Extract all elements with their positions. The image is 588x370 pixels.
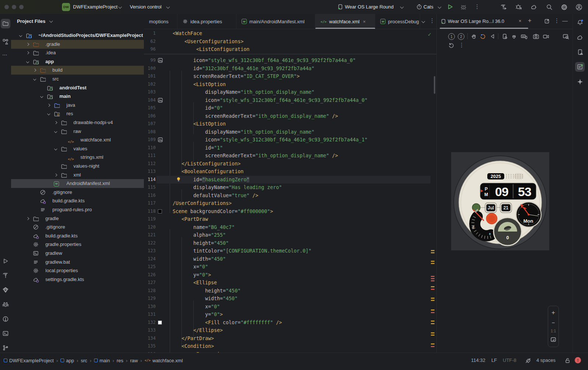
chevron-expanded-icon[interactable] (47, 112, 50, 115)
error-stripe-mark[interactable] (431, 280, 435, 281)
code-line-124[interactable]: width="450" (173, 255, 226, 263)
code-line-100[interactable]: id="312c30bf_f64a_461e_9c93_992f2fb7a44a… (173, 65, 314, 73)
chevron-expanded-icon[interactable] (40, 95, 43, 98)
chevron-expanded-icon[interactable] (19, 34, 22, 37)
code-line-122[interactable]: height="450" (173, 239, 229, 247)
notifications-bell-icon[interactable] (577, 19, 583, 26)
chevron-collapsed-icon[interactable] (33, 69, 36, 72)
window-close-button[interactable] (4, 5, 9, 9)
settings-gear-icon[interactable] (561, 4, 568, 11)
tree-row-androidTest[interactable]: androidTest (11, 83, 144, 92)
tree-row-watchface.xml[interactable]: </>watchface.xml (11, 136, 144, 144)
error-stripe-mark[interactable] (431, 346, 435, 347)
warning-stripe-mark[interactable] (431, 323, 435, 324)
breadcrumb-item-raw[interactable]: raw (130, 358, 138, 363)
warning-stripe-mark[interactable] (431, 309, 435, 311)
caret-position[interactable]: 114:32 (471, 357, 485, 364)
structure-tool-icon[interactable] (2, 38, 9, 45)
debug-button[interactable] (460, 4, 467, 10)
close-icon[interactable]: × (363, 19, 366, 24)
tree-row-gradle[interactable]: gradle (11, 214, 144, 223)
project-selector[interactable]: DWFExampleProject (73, 0, 118, 14)
chevron-expanded-icon[interactable] (54, 130, 57, 133)
tabs-overflow-chevron[interactable] (422, 19, 425, 24)
code-line-107[interactable]: <ListOption (173, 120, 226, 128)
code-line-106[interactable]: screenReaderText="ith_option_display_nam… (173, 112, 338, 120)
warning-stripe-mark[interactable] (431, 343, 435, 345)
screen-record-icon[interactable] (543, 33, 549, 40)
health-heart-icon[interactable] (511, 33, 518, 40)
keyboard-input-icon[interactable] (520, 33, 527, 40)
tree-row-strings.xml[interactable]: </>strings.xml (11, 153, 144, 162)
code-line-120[interactable]: name="BG_40c7" (173, 223, 235, 232)
code-line-123[interactable]: tintColor="[CONFIGURATION.themeColor.0]" (173, 247, 311, 255)
code-line-128[interactable]: height="450" (173, 287, 241, 295)
tree-row-java[interactable]: java (11, 101, 144, 110)
sticky-code-line[interactable]: <WatchFace (173, 30, 202, 38)
button-1-icon[interactable]: 1 (448, 33, 455, 40)
warning-stripe-mark[interactable] (431, 263, 435, 264)
tree-row-drawable-nodpi-v4[interactable]: drawable-nodpi-v4 (11, 118, 144, 127)
image-resource-gutter-icon[interactable] (158, 58, 163, 63)
zoom-in-button[interactable]: + (548, 309, 558, 316)
chevron-collapsed-icon[interactable] (54, 173, 57, 176)
sticky-code-line[interactable]: <ListConfiguration (173, 45, 249, 54)
logcat-cat-icon[interactable] (2, 301, 9, 308)
device-screen[interactable]: 2025 P M 09 53 Jul (451, 152, 549, 250)
tree-row-local.properties[interactable]: local.properties (11, 266, 144, 275)
device-manager-icon[interactable] (577, 49, 583, 55)
button-2-icon[interactable]: 2 (458, 33, 464, 40)
device-settings-icon[interactable] (502, 33, 508, 40)
project-view-selector[interactable]: Project Files (17, 18, 52, 25)
run-tool-icon[interactable] (2, 258, 9, 264)
code-line-101[interactable]: screenReaderText="ID_CAT_STEP_OVER"> (173, 72, 300, 80)
search-icon[interactable] (546, 4, 553, 11)
vcs-menu[interactable]: Version control (130, 0, 162, 14)
code-line-132[interactable]: <Fill color="#ffffffff" /> (173, 319, 282, 327)
tab-options-kebab[interactable]: ⋮ (429, 17, 435, 24)
code-line-127[interactable]: <Ellipse (173, 279, 217, 287)
code-editor[interactable]: 1<WatchFace62 <UserConfigurations>96 <Li… (144, 29, 436, 353)
warning-stripe-mark[interactable] (431, 250, 435, 251)
terminal-tool-icon[interactable] (2, 330, 9, 337)
warning-stripe-mark[interactable] (431, 286, 435, 287)
chevron-expanded-icon[interactable] (33, 78, 36, 80)
zoom-out-button[interactable]: − (548, 319, 558, 326)
git-branch-icon[interactable] (2, 345, 9, 351)
run-config-selector[interactable]: Cats (423, 0, 433, 14)
tree-row---AndroidStudioProjects-DWFExampleProject[interactable]: ~/AndroidStudioProjects/DWFExampleProjec… (11, 31, 144, 40)
chevron-collapsed-icon[interactable] (26, 42, 29, 45)
tree-row-proguard-rules.pro[interactable]: proguard-rules.pro (11, 205, 144, 214)
editor-scrollbar-thumb[interactable] (434, 76, 435, 94)
tree-row-raw[interactable]: raw (11, 127, 144, 136)
code-line-103[interactable]: displayName="ith_option_display_name" (173, 88, 314, 96)
code-line-102[interactable]: <ListOption (173, 80, 226, 89)
error-stripe-mark[interactable] (431, 276, 435, 277)
code-line-108[interactable]: displayName="ith_option_display_name" (173, 128, 314, 136)
chevron-collapsed-icon[interactable] (47, 104, 50, 107)
file-encoding[interactable]: UTF-8 (503, 357, 516, 364)
tree-row-src[interactable]: src (11, 75, 144, 83)
reset-icon[interactable] (448, 42, 455, 49)
tree-row-values[interactable]: values (11, 144, 144, 153)
breadcrumb-item-app[interactable]: app (60, 358, 74, 363)
code-line-118[interactable]: Scene backgroundColor="#ff000000"> (173, 208, 273, 216)
tree-row-build.gradle.kts[interactable]: build.gradle.kts (11, 232, 144, 240)
image-resource-gutter-icon[interactable] (158, 98, 163, 103)
gemini-sparkle-icon[interactable] (577, 78, 583, 85)
breadcrumb-item-res[interactable]: res (117, 358, 123, 363)
profiler-bug-icon[interactable] (515, 4, 522, 11)
build-hammer-icon[interactable] (500, 4, 507, 11)
code-line-109[interactable]: icon="style_wfs_312c30bf_f64a_461e_9c93_… (173, 136, 367, 144)
window-zoom-button[interactable] (19, 5, 24, 9)
run-button[interactable] (447, 4, 453, 10)
tree-row-build[interactable]: build (11, 66, 144, 75)
image-resource-gutter-icon[interactable] (158, 137, 163, 142)
code-line-112[interactable]: </ListConfiguration> (173, 160, 241, 168)
account-avatar-icon[interactable] (575, 4, 582, 11)
code-line-117[interactable]: /UserConfigurations> (173, 199, 232, 208)
line-separator[interactable]: LF (491, 357, 497, 364)
code-line-116[interactable]: defaultValue="true" /> (173, 192, 258, 200)
warning-stripe-mark[interactable] (431, 332, 435, 333)
hide-panel-button[interactable]: — (562, 17, 568, 24)
